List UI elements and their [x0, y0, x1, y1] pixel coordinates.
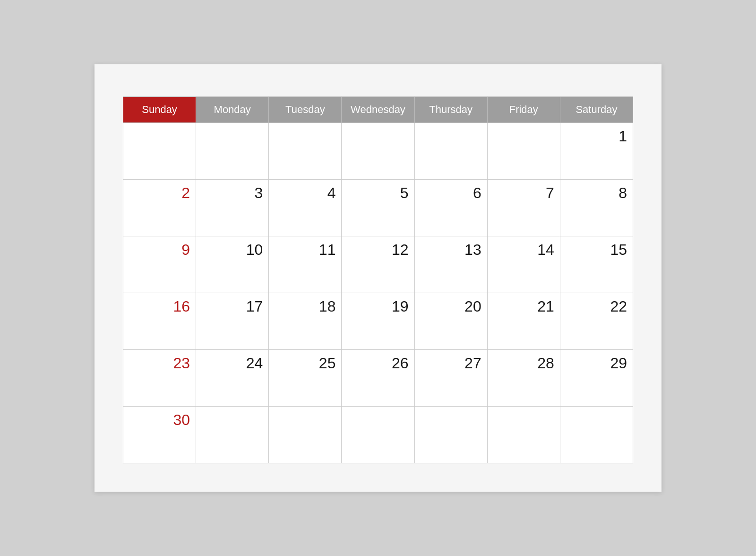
calendar-cell: 13 — [414, 236, 487, 293]
day-number: 9 — [129, 241, 190, 259]
day-number: 24 — [202, 355, 263, 372]
calendar-cell: 8 — [560, 180, 633, 236]
header-wednesday: Wednesday — [342, 97, 414, 123]
day-number: 6 — [421, 184, 481, 202]
day-number: 20 — [421, 298, 481, 315]
day-number: 8 — [566, 184, 627, 202]
header-sunday: Sunday — [123, 97, 196, 123]
calendar-cell — [269, 123, 342, 180]
calendar-cell: 6 — [414, 180, 487, 236]
day-number: 28 — [493, 355, 554, 372]
calendar-cell: 12 — [342, 236, 414, 293]
calendar-cell: 24 — [196, 350, 269, 407]
header-thursday: Thursday — [414, 97, 487, 123]
day-number: 2 — [129, 184, 190, 202]
calendar-week-row: 30 — [123, 407, 633, 463]
calendar-cell — [269, 407, 342, 463]
day-number: 10 — [202, 241, 263, 259]
calendar-cell: 4 — [269, 180, 342, 236]
day-number: 19 — [347, 298, 408, 315]
calendar-week-row: 9101112131415 — [123, 236, 633, 293]
calendar-cell: 15 — [560, 236, 633, 293]
calendar-cell — [342, 123, 414, 180]
header-saturday: Saturday — [560, 97, 633, 123]
calendar-cell: 9 — [123, 236, 196, 293]
day-number: 18 — [275, 298, 335, 315]
day-number: 30 — [129, 411, 190, 429]
header-friday: Friday — [487, 97, 560, 123]
calendar-body: 1234567891011121314151617181920212223242… — [123, 123, 633, 463]
day-number: 14 — [493, 241, 554, 259]
day-number: 26 — [347, 355, 408, 372]
calendar-cell: 19 — [342, 293, 414, 350]
calendar-cell: 16 — [123, 293, 196, 350]
calendar-cell: 2 — [123, 180, 196, 236]
calendar-cell: 22 — [560, 293, 633, 350]
day-number: 16 — [129, 298, 190, 315]
day-number: 23 — [129, 355, 190, 372]
day-number: 22 — [566, 298, 627, 315]
day-number: 12 — [347, 241, 408, 259]
day-number: 11 — [275, 241, 335, 259]
calendar-cell — [414, 407, 487, 463]
calendar-cell — [196, 123, 269, 180]
header-tuesday: Tuesday — [269, 97, 342, 123]
calendar-week-row: 1 — [123, 123, 633, 180]
calendar-cell: 25 — [269, 350, 342, 407]
day-number: 7 — [493, 184, 554, 202]
calendar-cell: 18 — [269, 293, 342, 350]
day-number: 13 — [421, 241, 481, 259]
day-number: 17 — [202, 298, 263, 315]
calendar-cell: 7 — [487, 180, 560, 236]
calendar-cell: 14 — [487, 236, 560, 293]
calendar-wrapper: Sunday Monday Tuesday Wednesday Thursday… — [123, 96, 633, 463]
calendar-cell: 21 — [487, 293, 560, 350]
calendar-cell — [196, 407, 269, 463]
day-number: 15 — [566, 241, 627, 259]
calendar-cell — [342, 407, 414, 463]
calendar-page: Sunday Monday Tuesday Wednesday Thursday… — [94, 64, 662, 492]
calendar-cell — [414, 123, 487, 180]
days-header-row: Sunday Monday Tuesday Wednesday Thursday… — [123, 97, 633, 123]
calendar-cell: 26 — [342, 350, 414, 407]
calendar-cell: 10 — [196, 236, 269, 293]
calendar-cell: 1 — [560, 123, 633, 180]
calendar-cell: 20 — [414, 293, 487, 350]
calendar-cell — [123, 123, 196, 180]
calendar-cell: 17 — [196, 293, 269, 350]
day-number: 3 — [202, 184, 263, 202]
calendar-week-row: 16171819202122 — [123, 293, 633, 350]
day-number: 5 — [347, 184, 408, 202]
calendar-cell: 30 — [123, 407, 196, 463]
calendar-cell: 29 — [560, 350, 633, 407]
day-number: 25 — [275, 355, 335, 372]
calendar-cell — [560, 407, 633, 463]
calendar-cell: 23 — [123, 350, 196, 407]
calendar-cell: 28 — [487, 350, 560, 407]
calendar-cell — [487, 123, 560, 180]
day-number: 4 — [275, 184, 335, 202]
day-number: 29 — [566, 355, 627, 372]
calendar-cell: 11 — [269, 236, 342, 293]
header-monday: Monday — [196, 97, 269, 123]
calendar-cell: 27 — [414, 350, 487, 407]
calendar-cell: 5 — [342, 180, 414, 236]
day-number: 1 — [566, 128, 627, 145]
calendar-grid: Sunday Monday Tuesday Wednesday Thursday… — [123, 96, 633, 463]
day-number: 27 — [421, 355, 481, 372]
calendar-cell — [487, 407, 560, 463]
calendar-cell: 3 — [196, 180, 269, 236]
calendar-week-row: 23242526272829 — [123, 350, 633, 407]
day-number: 21 — [493, 298, 554, 315]
calendar-week-row: 2345678 — [123, 180, 633, 236]
